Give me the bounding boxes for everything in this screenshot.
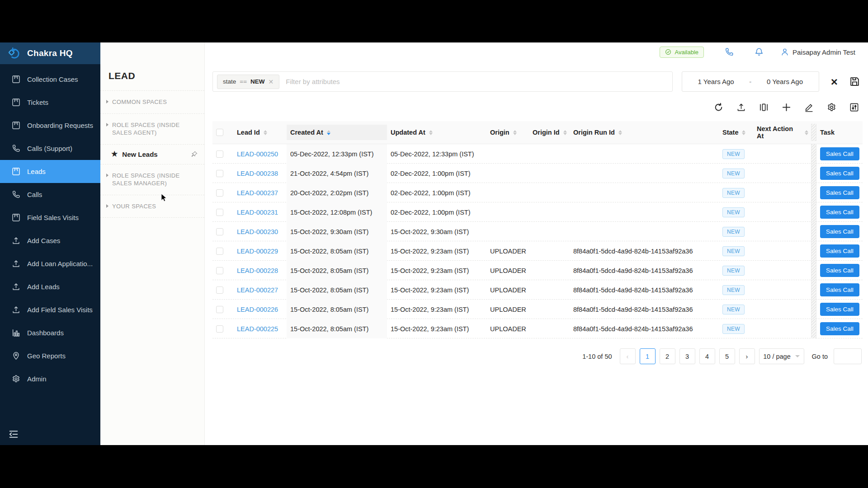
- collapse-sidebar-icon[interactable]: [8, 429, 19, 440]
- lead-link[interactable]: LEAD-000228: [237, 267, 278, 274]
- row-checkbox[interactable]: [216, 248, 223, 255]
- sidebar-item-collection-cases[interactable]: Collection Cases: [0, 68, 100, 91]
- filter-input[interactable]: state == NEW ✕ Filter by attributes: [212, 71, 673, 92]
- space-group-label: COMMON SPACES: [112, 98, 167, 106]
- cell-updated_at: 15-Oct-2022, 9:30am (IST): [387, 222, 486, 241]
- sales-call-button[interactable]: Sales Call: [820, 244, 859, 258]
- sidebar-item-add-leads[interactable]: Add Leads: [0, 275, 100, 298]
- sidebar-item-onboarding-requests[interactable]: Onboarding Requests: [0, 114, 100, 137]
- table-scrollbar[interactable]: [811, 124, 816, 141]
- status-badge[interactable]: Available: [660, 47, 704, 58]
- space-group-role-spaces-inside-sales-manager[interactable]: ROLE SPACES (INSIDE SALES MANAGER): [100, 164, 204, 195]
- page-button-2[interactable]: 2: [660, 348, 675, 364]
- row-checkbox[interactable]: [216, 170, 223, 177]
- phone-icon[interactable]: [725, 47, 734, 56]
- column-header-origin[interactable]: Origin: [486, 125, 529, 140]
- column-header-created_at[interactable]: Created At: [287, 125, 387, 140]
- sidebar-item-tickets[interactable]: Tickets: [0, 91, 100, 114]
- lead-link[interactable]: LEAD-000229: [237, 248, 278, 255]
- date-range-picker[interactable]: 1 Years Ago - 0 Years Ago: [682, 71, 819, 92]
- sidebar-item-leads[interactable]: Leads: [0, 160, 100, 183]
- column-header-lead_id[interactable]: Lead Id: [233, 125, 287, 140]
- lead-link[interactable]: LEAD-000238: [237, 170, 278, 177]
- sidebar-item-calls[interactable]: Calls: [0, 183, 100, 206]
- column-view-icon[interactable]: [759, 103, 769, 112]
- filter-panel-icon[interactable]: [849, 103, 859, 112]
- sales-call-button[interactable]: Sales Call: [820, 147, 859, 160]
- bell-icon[interactable]: [755, 47, 764, 56]
- sales-call-button[interactable]: Sales Call: [820, 167, 859, 180]
- sidebar-item-admin[interactable]: Admin: [0, 367, 100, 390]
- chip-close-icon[interactable]: ✕: [269, 78, 274, 85]
- space-group-common-spaces[interactable]: COMMON SPACES: [100, 91, 204, 114]
- column-header-next_action_at[interactable]: Next Action At: [753, 121, 811, 144]
- sidebar-item-add-cases[interactable]: Add Cases: [0, 229, 100, 252]
- lead-link[interactable]: LEAD-000237: [237, 189, 278, 197]
- sales-call-button[interactable]: Sales Call: [820, 186, 859, 199]
- row-checkbox[interactable]: [216, 228, 223, 235]
- row-checkbox[interactable]: [216, 189, 223, 197]
- lead-link[interactable]: LEAD-000231: [237, 209, 278, 216]
- column-header-label: Origin Id: [533, 129, 560, 136]
- select-all-checkbox[interactable]: [216, 129, 223, 136]
- column-header-updated_at[interactable]: Updated At: [387, 125, 486, 140]
- sales-call-button[interactable]: Sales Call: [820, 206, 859, 219]
- row-checkbox[interactable]: [216, 209, 223, 216]
- column-header-origin_run_id[interactable]: Origin Run Id: [570, 125, 719, 140]
- sidebar-item-label: Leads: [27, 168, 46, 175]
- sidebar-item-dashboards[interactable]: Dashboards: [0, 321, 100, 344]
- row-checkbox[interactable]: [216, 267, 223, 274]
- row-checkbox[interactable]: [216, 286, 223, 294]
- space-group-your-spaces[interactable]: YOUR SPACES: [100, 195, 204, 218]
- prev-page-button[interactable]: ‹: [620, 348, 636, 364]
- plus-icon[interactable]: [782, 103, 791, 112]
- page-size-select[interactable]: 10 / page: [759, 348, 804, 364]
- row-checkbox[interactable]: [216, 306, 223, 313]
- sales-call-button[interactable]: Sales Call: [820, 225, 859, 238]
- next-page-button[interactable]: ›: [739, 348, 755, 364]
- sales-call-button[interactable]: Sales Call: [820, 283, 859, 296]
- clear-filters-icon[interactable]: ×: [831, 76, 838, 88]
- settings-icon[interactable]: [827, 103, 836, 112]
- sales-call-button[interactable]: Sales Call: [820, 264, 859, 277]
- lead-link[interactable]: LEAD-000230: [237, 228, 278, 235]
- sidebar-item-add-loan-applicatio[interactable]: Add Loan Applicatio...: [0, 252, 100, 275]
- filter-row: state == NEW ✕ Filter by attributes 1 Ye…: [212, 71, 863, 92]
- sidebar-item-field-sales-visits[interactable]: Field Sales Visits: [0, 206, 100, 229]
- sidebar-item-geo-reports[interactable]: Geo Reports: [0, 344, 100, 367]
- row-checkbox[interactable]: [216, 325, 223, 333]
- sidebar-nav: Collection CasesTicketsOnboarding Reques…: [0, 64, 100, 445]
- page-button-3[interactable]: 3: [679, 348, 695, 364]
- pin-icon[interactable]: [190, 150, 198, 158]
- leads-table: Lead IdCreated AtUpdated AtOriginOrigin …: [212, 121, 863, 338]
- cell-created_at: 21-Oct-2022, 4:54pm (IST): [287, 164, 387, 183]
- sales-call-button[interactable]: Sales Call: [820, 303, 859, 316]
- save-view-icon[interactable]: [849, 76, 860, 87]
- column-header-state[interactable]: State: [719, 125, 753, 140]
- page-button-1[interactable]: 1: [640, 348, 656, 364]
- lead-link[interactable]: LEAD-000225: [237, 325, 278, 333]
- column-header-origin_id[interactable]: Origin Id: [529, 125, 570, 140]
- cell-origin_id: [529, 300, 570, 319]
- refresh-icon[interactable]: [714, 103, 723, 112]
- goto-page-input[interactable]: [834, 348, 862, 364]
- lead-link[interactable]: LEAD-000250: [237, 150, 278, 158]
- space-item-new-leads[interactable]: ★New Leads: [100, 145, 204, 164]
- user-menu[interactable]: Paisapay Admin Test: [781, 48, 855, 56]
- page-button-4[interactable]: 4: [699, 348, 715, 364]
- sidebar-item-calls-support[interactable]: Calls (Support): [0, 137, 100, 160]
- lead-link[interactable]: LEAD-000227: [237, 286, 278, 294]
- sidebar-item-add-field-sales-visits[interactable]: Add Field Sales Visits: [0, 298, 100, 321]
- space-group-role-spaces-inside-sales-agent[interactable]: ROLE SPACES (INSIDE SALES AGENT): [100, 114, 204, 145]
- edit-icon[interactable]: [804, 103, 814, 112]
- cell-updated_at: 02-Dec-2022, 1:00pm (IST): [387, 202, 486, 222]
- lead-link[interactable]: LEAD-000226: [237, 306, 278, 313]
- upload-icon[interactable]: [736, 103, 746, 112]
- sales-call-button[interactable]: Sales Call: [820, 322, 859, 335]
- filter-chip[interactable]: state == NEW ✕: [217, 75, 279, 89]
- row-checkbox[interactable]: [216, 150, 223, 158]
- page-button-5[interactable]: 5: [719, 348, 735, 364]
- select-all-cell[interactable]: [212, 125, 233, 140]
- cell-task: Sales Call: [816, 241, 863, 261]
- space-item-label: New Leads: [122, 150, 157, 158]
